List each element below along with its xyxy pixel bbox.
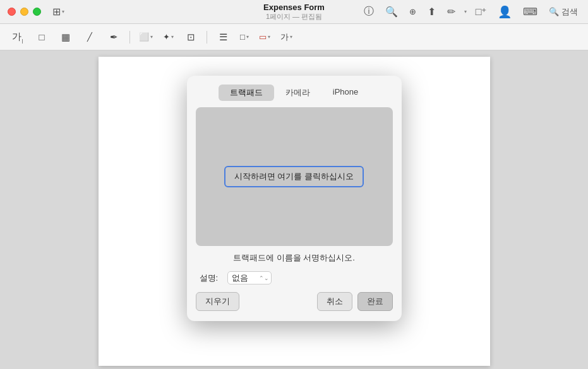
tab-iphone[interactable]: iPhone	[321, 85, 369, 101]
app-title: Expenses Form	[263, 3, 325, 12]
toolbar-separator-2	[207, 31, 207, 44]
action-buttons-row: 지우기 취소 완료	[187, 290, 402, 311]
line-tool-button[interactable]: ╱	[80, 28, 100, 46]
toolbar: 가| □ ▦ ╱ ✒ ⬜ ▾ ✦ ▾ ⊡ ☰ □ ▾ ▭ ▾ 가 ▾	[0, 24, 588, 50]
close-button[interactable]	[8, 8, 16, 16]
traffic-lights	[8, 8, 41, 16]
style-button[interactable]: ▭ ▾	[256, 30, 273, 44]
shape-tool-button[interactable]: □	[32, 28, 52, 46]
border-button[interactable]: □ ▾	[237, 30, 252, 44]
done-button[interactable]: 완료	[357, 292, 393, 311]
insert-button[interactable]: ⬜ ▾	[136, 30, 156, 44]
cancel-button[interactable]: 취소	[317, 292, 352, 311]
toolbar-separator-1	[129, 31, 130, 44]
table-tool-button[interactable]: ▦	[56, 28, 76, 46]
clear-button[interactable]: 지우기	[196, 292, 239, 311]
minimize-button[interactable]	[20, 8, 28, 16]
titlebar-actions: ⓘ 🔍 ⊕ ⬆ ✏ ▾ □⁺ 👤 ⌨ 🔍 검색	[361, 4, 580, 20]
click-to-start-prompt[interactable]: 시작하려면 여기를 클릭하십시오	[224, 166, 364, 187]
user-icon[interactable]: 👤	[495, 4, 514, 20]
tab-camera[interactable]: 카메라	[274, 85, 321, 101]
signature-drawing-area[interactable]: 시작하려면 여기를 클릭하십시오	[196, 107, 393, 246]
pen-icon[interactable]: ✏	[445, 4, 458, 19]
description-select-wrapper[interactable]: 없음	[227, 271, 272, 284]
app-subtitle: 1페이지 — 편집됨	[263, 12, 325, 21]
text-tool-button[interactable]: 가|	[8, 28, 28, 46]
signature-dialog: 트랙패드 카메라 iPhone 시작하려면 여기를 클릭하십시오 트랙패드에 이…	[187, 76, 402, 321]
info-icon[interactable]: ⓘ	[361, 4, 376, 20]
titlebar: ⊞ ▾ Expenses Form 1페이지 — 편집됨 ⓘ 🔍 ⊕ ⬆ ✏ ▾…	[0, 0, 588, 24]
pen-dropdown-icon[interactable]: ▾	[464, 9, 467, 15]
add-page-icon[interactable]: □⁺	[473, 4, 489, 19]
description-select[interactable]: 없음	[227, 271, 272, 284]
frame-button[interactable]: ⊡	[181, 28, 201, 46]
form-button[interactable]: ✦ ▾	[160, 30, 177, 44]
zoom-in-icon[interactable]: ⊕	[407, 6, 419, 18]
tab-trackpad[interactable]: 트랙패드	[219, 85, 274, 101]
keyboard-icon[interactable]: ⌨	[520, 4, 540, 19]
font-button[interactable]: 가 ▾	[277, 30, 296, 45]
maximize-button[interactable]	[33, 8, 41, 16]
zoom-out-icon[interactable]: 🔍	[383, 4, 400, 19]
description-label: 설명:	[200, 272, 222, 284]
share-icon[interactable]: ⬆	[425, 4, 438, 19]
search-icon[interactable]: 🔍 검색	[546, 5, 580, 19]
signature-caption: 트랙패드에 이름을 서명하십시오.	[187, 252, 402, 264]
align-button[interactable]: ☰	[213, 28, 233, 46]
tab-bar: 트랙패드 카메라 iPhone	[187, 76, 402, 107]
sidebar-toggle-button[interactable]: ⊞ ▾	[47, 6, 64, 18]
main-content: 트랙패드 카메라 iPhone 시작하려면 여기를 클릭하십시오 트랙패드에 이…	[0, 50, 588, 369]
titlebar-center: Expenses Form 1페이지 — 편집됨	[263, 3, 325, 21]
description-row: 설명: 없음	[187, 266, 402, 290]
pen-tool-button[interactable]: ✒	[104, 28, 124, 46]
